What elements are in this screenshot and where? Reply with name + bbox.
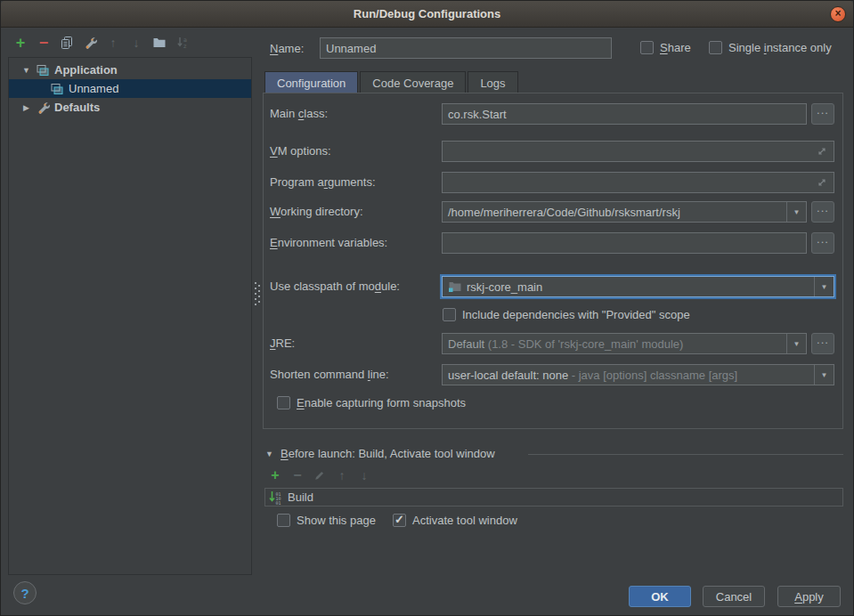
chevron-down-icon[interactable]: ▼ <box>814 365 834 385</box>
checkbox-label: Activate tool window <box>412 514 517 527</box>
add-task-button[interactable]: + <box>268 468 282 482</box>
before-launch-section-header[interactable]: ▼ Before launch: Build, Activate tool wi… <box>264 447 495 460</box>
edit-defaults-button[interactable] <box>81 34 99 52</box>
environment-variables-label: Environment variables: <box>270 236 387 249</box>
before-launch-title: Before launch: Build, Activate tool wind… <box>281 447 495 460</box>
include-provided-checkbox[interactable]: Include dependencies with "Provided" sco… <box>443 308 690 321</box>
shorten-command-line-combo[interactable]: user-local default: none - java [options… <box>442 364 834 385</box>
arrow-down-icon: ↓ <box>134 36 140 49</box>
tree-item-label: Unnamed <box>69 82 118 95</box>
main-class-input[interactable] <box>442 103 807 125</box>
arrow-down-icon: ↓ <box>362 469 368 482</box>
close-button[interactable]: × <box>830 6 846 22</box>
build-compile-icon: 011001 <box>269 490 283 505</box>
close-icon: × <box>834 7 841 20</box>
remove-task-button[interactable]: − <box>290 468 305 482</box>
activate-tool-window-checkbox[interactable]: Activate tool window <box>393 514 517 527</box>
tree-item-label: Defaults <box>54 101 100 114</box>
configurations-toolbar: + − ↑ ↓ az <box>12 34 191 52</box>
defaults-wrench-icon <box>36 101 50 115</box>
working-directory-browse-button[interactable]: ... <box>811 201 834 223</box>
run-debug-configurations-dialog: Run/Debug Configurations × + − ↑ ↓ az ▼ … <box>0 0 854 616</box>
add-configuration-button[interactable]: + <box>12 34 29 52</box>
move-down-button[interactable]: ↓ <box>127 34 145 52</box>
share-checkbox[interactable]: Share <box>640 41 691 54</box>
ellipsis-icon: ... <box>817 202 829 215</box>
name-label: Name: <box>270 42 304 55</box>
new-folder-button[interactable] <box>150 34 168 52</box>
environment-variables-browse-button[interactable]: ... <box>811 232 834 254</box>
ok-button[interactable]: OK <box>629 586 691 607</box>
jre-browse-button[interactable]: ... <box>811 333 834 354</box>
main-class-browse-button[interactable]: ... <box>811 103 834 125</box>
copy-configuration-button[interactable] <box>58 34 76 52</box>
tree-item-unnamed[interactable]: Unnamed <box>9 79 251 98</box>
sort-alphabetically-icon: az <box>175 36 190 50</box>
capture-snapshots-checkbox[interactable]: Enable capturing form snapshots <box>277 396 466 409</box>
remove-icon: − <box>293 468 301 482</box>
edit-task-button[interactable] <box>313 468 327 482</box>
module-combo[interactable]: rskj-core_main ▼ <box>442 276 834 297</box>
checkbox-box <box>640 41 654 54</box>
ellipsis-icon: ... <box>817 334 829 346</box>
combo-value: user-local default: none <box>448 369 568 382</box>
copy-icon <box>60 36 74 50</box>
help-icon: ? <box>20 586 28 601</box>
tab-logs[interactable]: Logs <box>468 71 517 93</box>
chevron-down-icon[interactable]: ▼ <box>814 277 834 296</box>
combo-hint: - java [options] classname [args] <box>568 369 737 382</box>
help-button[interactable]: ? <box>13 581 37 604</box>
name-input[interactable] <box>320 37 612 59</box>
jre-combo[interactable]: Default (1.8 - SDK of 'rskj-core_main' m… <box>442 333 807 354</box>
tab-code-coverage[interactable]: Code Coverage <box>360 71 466 93</box>
expand-field-icon[interactable] <box>815 144 829 158</box>
vm-options-input[interactable] <box>442 141 834 162</box>
add-icon: + <box>271 468 279 482</box>
folder-icon <box>152 36 167 50</box>
task-move-down-button[interactable]: ↓ <box>357 468 371 482</box>
program-arguments-label: Program arguments: <box>270 175 376 189</box>
settings-tabs: Configuration Code Coverage Logs <box>264 71 518 93</box>
tree-item-defaults[interactable]: ▶ Defaults <box>9 98 251 117</box>
combo-value: /home/meriherrera/Code/Github/rsksmart/r… <box>448 206 680 219</box>
working-directory-combo[interactable]: /home/meriherrera/Code/Github/rsksmart/r… <box>442 201 807 223</box>
application-icon <box>50 82 64 96</box>
move-up-button[interactable]: ↑ <box>104 34 122 52</box>
checkbox-box <box>443 308 456 321</box>
chevron-down-icon[interactable]: ▼ <box>786 334 806 353</box>
pencil-icon <box>313 469 326 482</box>
task-move-up-button[interactable]: ↑ <box>335 468 349 482</box>
collapse-icon[interactable]: ▼ <box>21 66 31 75</box>
settings-wrench-icon <box>83 36 97 50</box>
arrow-up-icon: ↑ <box>339 469 346 482</box>
remove-configuration-button[interactable]: − <box>35 34 53 52</box>
apply-button[interactable]: Apply <box>777 586 841 607</box>
application-icon <box>36 63 50 77</box>
chevron-down-icon[interactable]: ▼ <box>786 202 806 222</box>
single-instance-checkbox[interactable]: Single instance only <box>709 41 832 54</box>
show-this-page-checkbox[interactable]: Show this page <box>277 514 376 527</box>
environment-variables-input[interactable] <box>442 232 807 254</box>
task-label: Build <box>288 490 313 504</box>
sort-configurations-button[interactable]: az <box>174 34 191 52</box>
checkbox-box <box>393 514 406 527</box>
ellipsis-icon: ... <box>817 233 829 246</box>
vm-options-label: VM options: <box>270 144 331 158</box>
program-arguments-input[interactable] <box>442 172 834 193</box>
title-bar[interactable]: Run/Debug Configurations × <box>1 1 853 28</box>
expand-icon[interactable]: ▶ <box>21 103 31 112</box>
tree-item-label: Application <box>54 63 118 77</box>
before-launch-task-list[interactable]: 011001 Build <box>264 488 843 507</box>
tree-item-application[interactable]: ▼ Application <box>9 61 251 79</box>
collapse-icon[interactable]: ▼ <box>264 450 274 458</box>
splitter-grip[interactable] <box>255 282 256 284</box>
tab-configuration[interactable]: Configuration <box>264 71 358 93</box>
checkbox-box <box>709 41 722 54</box>
expand-field-icon[interactable] <box>815 175 829 190</box>
combo-value: Default <box>448 337 484 351</box>
remove-icon: − <box>39 35 49 51</box>
cancel-button[interactable]: Cancel <box>703 586 765 607</box>
combo-hint: (1.8 - SDK of 'rskj-core_main' module) <box>484 337 683 351</box>
add-icon: + <box>16 35 26 51</box>
jre-label: JRE: <box>270 336 295 350</box>
